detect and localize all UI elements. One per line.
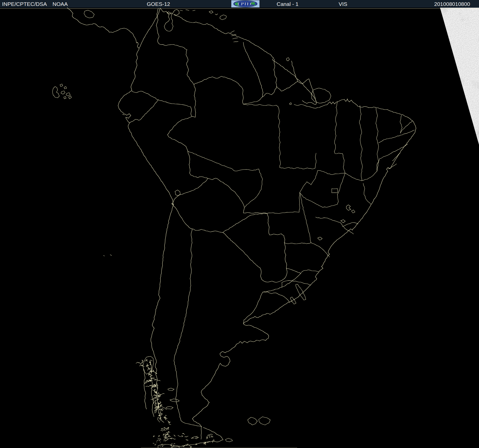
satellite-map (0, 0, 479, 448)
satellite-label: GOES-12 (147, 1, 170, 7)
source-label: INPE/CPTEC/DSA (2, 1, 47, 7)
space-background (0, 8, 479, 448)
agency-label: NOAA (53, 1, 68, 7)
cptec-logo: CPTEC (231, 0, 259, 7)
logo-text: CPTEC (237, 1, 253, 6)
title-bar: INPE/CPTEC/DSA NOAA GOES-12 Canal - 1 VI… (0, 0, 479, 8)
satellite-image-product: { "header": { "left_label": "INPE/CPTEC/… (0, 0, 479, 448)
band-label: VIS (339, 1, 347, 7)
timestamp-label: 201008010800 (434, 1, 470, 7)
channel-label: Canal - 1 (277, 1, 298, 7)
